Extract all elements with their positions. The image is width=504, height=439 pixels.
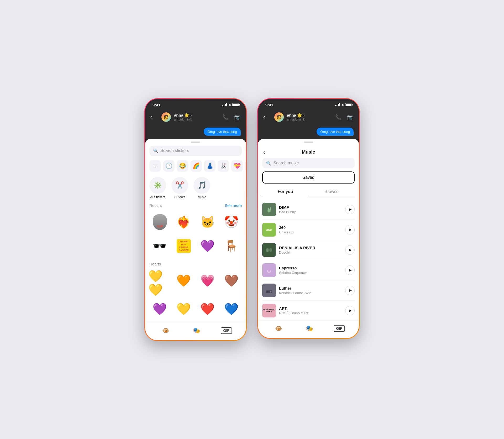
sticker-pack-2[interactable]: 🌈 [190, 160, 202, 172]
nav-bar-left: ‹ 👩 anna 🌟 › annadominik 📞 📷 [145, 110, 246, 126]
username-right[interactable]: anna 🌟 › [287, 113, 332, 118]
hearts-sticker-grid: 💛💛 🧡 💗 🤎 💜 💛 ❤️ 💙 [145, 267, 246, 323]
category-music[interactable]: 🎵 Music [193, 177, 210, 199]
music-panel-title: Music [302, 149, 315, 155]
music-header: ‹ Music [258, 146, 359, 158]
video-icon-right[interactable]: 📷 [347, 114, 354, 120]
heart-5[interactable]: 💜 [148, 298, 171, 321]
heart-1[interactable]: 💛💛 [148, 269, 171, 297]
song-artist-dtmf: Bad Bunny [279, 210, 342, 214]
search-music-input[interactable] [273, 161, 351, 165]
song-item-dtmf[interactable]: DtMF Bad Bunny ▶ [262, 200, 355, 220]
heart-8[interactable]: 💙 [220, 298, 243, 321]
sticker-flameheart[interactable]: ❤️‍🔥 [172, 211, 195, 234]
play-button-espresso[interactable]: ▶ [345, 265, 355, 275]
heart-4[interactable]: 🤎 [220, 269, 243, 292]
ai-stickers-label: AI Stickers [150, 195, 165, 199]
search-icon-music: 🔍 [266, 161, 271, 166]
album-art-dtmf [262, 203, 276, 216]
chat-bubble-left: Omg love that song [204, 128, 241, 136]
video-icon-left[interactable]: 📷 [234, 114, 241, 120]
heart-2[interactable]: 🧡 [172, 269, 195, 292]
song-item-espresso[interactable]: Espresso Sabrina Carpenter ▶ [262, 260, 355, 280]
play-button-360[interactable]: ▶ [345, 225, 355, 234]
album-art-360: brat [262, 223, 276, 237]
sticker-chair[interactable]: 🪑 [220, 235, 243, 258]
sticker-crabby[interactable]: CRABBY BUTCARING CANCER [172, 235, 195, 258]
avatar-right: 👩 [274, 112, 284, 122]
music-sheet: ‹ Music 🔍 Saved For you Browse [258, 139, 359, 338]
song-artist-denial: Doechii [279, 250, 342, 254]
time-left: 9:41 [153, 103, 160, 107]
sticker-purple-heart[interactable]: 💜 [196, 235, 219, 258]
sticker-clown[interactable]: 🤡 [220, 211, 243, 234]
saved-button[interactable]: Saved [262, 171, 355, 184]
call-icon-left[interactable]: 📞 [222, 114, 229, 120]
chat-preview-left: Omg love that song [145, 126, 246, 139]
album-art-apt: ROSÉ BRUNO MARS [262, 304, 276, 317]
signal-icon-left [222, 103, 227, 106]
time-right: 9:41 [265, 103, 273, 107]
gif-nav-left[interactable]: GIF [221, 327, 232, 334]
sticker-cats[interactable]: 🐱 [196, 211, 219, 234]
tab-for-you[interactable]: For you [262, 187, 308, 197]
sticker-search-bar[interactable]: 🔍 [149, 146, 242, 156]
heart-6[interactable]: 💛 [172, 298, 195, 321]
back-button-right[interactable]: ‹ [263, 114, 271, 120]
play-button-apt[interactable]: ▶ [345, 306, 355, 315]
face-nav-left[interactable]: 🐵 [159, 326, 172, 335]
music-back-button[interactable]: ‹ [263, 149, 265, 155]
song-item-denial[interactable]: DENIAL IS A RIVER Doechii ▶ [262, 240, 355, 260]
song-item-360[interactable]: brat 360 Charli xcx ▶ [262, 220, 355, 240]
sticker-pack-1[interactable]: 😂 [177, 160, 188, 172]
sticker-pack-5[interactable]: 💝 [231, 160, 243, 172]
song-info-luther: Luther Kendrick Lamar, SZA [279, 286, 342, 295]
sticker-nav-right[interactable]: 🎭 [303, 324, 316, 333]
recent-sticker-grid: YUP ❤️‍🔥 🐱 🤡 🕶️ CRABBY BUTCARING CANCER … [145, 209, 246, 260]
screen-container: 9:41 ⌾ ‹ 👩 anna 🌟 › annadominik [144, 98, 360, 341]
sticker-pack-3[interactable]: 👗 [204, 160, 216, 172]
nav-actions-right: 📞 📷 [335, 114, 354, 120]
recent-title: Recent [149, 203, 162, 208]
song-item-apt[interactable]: ROSÉ BRUNO MARS APT. ROSÉ, Bruno Mars ▶ [262, 301, 355, 321]
category-cutouts[interactable]: ✂️ Cutouts [171, 177, 188, 199]
search-stickers-input[interactable] [160, 148, 238, 153]
sticker-pack-6[interactable]: 🧥 [245, 160, 246, 172]
play-button-luther[interactable]: ▶ [345, 286, 355, 295]
song-artist-apt: ROSÉ, Bruno Mars [279, 311, 342, 315]
song-title-360: 360 [279, 225, 342, 230]
sticker-sunglasses[interactable]: 🕶️ [148, 235, 171, 258]
play-button-dtmf[interactable]: ▶ [345, 205, 355, 214]
album-text-apt: ROSÉ BRUNO MARS [262, 309, 276, 312]
song-list: DtMF Bad Bunny ▶ brat 360 Charli xcx ▶ [258, 200, 359, 321]
tab-browse[interactable]: Browse [308, 187, 355, 197]
add-sticker-button[interactable]: + [149, 160, 161, 172]
sticker-pack-4[interactable]: 🐰 [218, 160, 229, 172]
chat-preview-right: Omg love that song [258, 126, 359, 139]
album-art-denial [262, 243, 276, 257]
username-left[interactable]: anna 🌟 › [174, 113, 219, 118]
heart-3[interactable]: 💗 [196, 269, 219, 292]
play-button-denial[interactable]: ▶ [345, 245, 355, 255]
sticker-nav-left[interactable]: 🎭 [190, 326, 203, 335]
song-item-luther[interactable]: Luther Kendrick Lamar, SZA ▶ [262, 280, 355, 301]
gif-nav-right[interactable]: GIF [334, 325, 345, 332]
heart-7[interactable]: ❤️ [196, 298, 219, 321]
category-ai-stickers[interactable]: ✳️ AI Stickers [149, 177, 166, 199]
song-title-apt: APT. [279, 306, 342, 311]
back-button-left[interactable]: ‹ [150, 114, 158, 120]
recent-sticker-tab[interactable]: 🕐 [163, 160, 175, 172]
song-title-luther: Luther [279, 286, 342, 290]
face-nav-right[interactable]: 🐵 [272, 324, 285, 333]
song-info-360: 360 Charli xcx [279, 225, 342, 234]
bottom-nav-right: 🐵 🎭 GIF [258, 321, 359, 338]
album-art-luther [262, 284, 276, 297]
svg-rect-8 [267, 291, 269, 292]
see-more-button[interactable]: See more [225, 203, 242, 208]
nav-actions-left: 📞 📷 [222, 114, 241, 120]
music-search-bar[interactable]: 🔍 [262, 158, 355, 168]
ai-stickers-icon: ✳️ [149, 177, 166, 194]
signal-icon-right [335, 103, 340, 106]
call-icon-right[interactable]: 📞 [335, 114, 342, 120]
sticker-yup[interactable]: YUP [148, 211, 171, 234]
